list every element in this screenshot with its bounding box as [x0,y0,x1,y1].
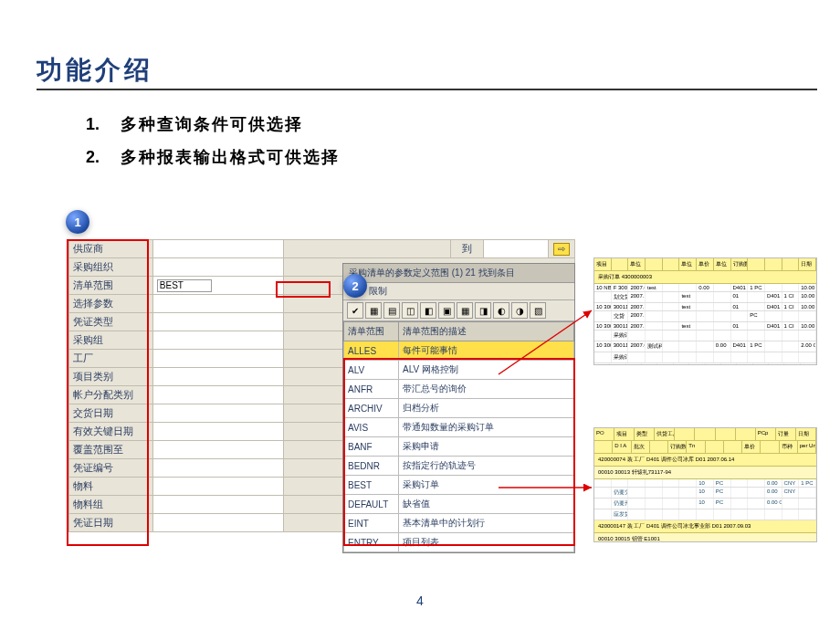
group-subheader: 00010 30013 轩辕礼73117-94 [594,467,816,479]
toolbar-button[interactable]: ▦ [457,302,473,319]
cell: 1 CI [782,322,800,330]
col-header [675,428,695,440]
popup-row[interactable]: ENTRY项目列表 [344,533,574,552]
data-row: 10 30011300112007.09.10 0002测试科目分配品类0.00… [594,341,816,352]
form-field-low[interactable] [152,295,283,313]
cell [697,322,714,330]
cell [748,499,765,509]
col-header: 单位 [714,258,731,270]
cell [782,284,800,291]
form-field-low[interactable] [152,404,283,423]
form-field-low[interactable] [152,277,283,295]
popup-desc: ALV 网格控制 [399,361,574,380]
toolbar-button[interactable]: ◫ [402,302,418,319]
toolbar-button[interactable]: ◧ [420,302,436,319]
cell [594,331,612,341]
popup-row[interactable]: BEDNR按指定行的轨迹号 [344,457,574,476]
cell [714,292,731,302]
cell: 划交货 [612,292,629,302]
popup-row[interactable]: ALLES每件可能事情 [344,341,574,361]
popup-row[interactable]: EINT基本清单中的计划行 [344,514,574,533]
cell [646,292,663,302]
popup-row[interactable]: AVIS带通知数量的采购订单 [344,418,574,437]
toolbar-button[interactable]: ▤ [383,302,400,319]
cell [679,341,697,352]
form-field-low[interactable] [152,514,283,532]
form-field-low[interactable] [152,459,283,478]
form-field-low[interactable] [152,258,283,277]
cell: 2007.10.7 [628,303,646,310]
popup-col-code[interactable]: 清单范围 [344,322,399,341]
form-field-low[interactable] [152,350,283,368]
cell [782,499,800,509]
col-header: 类型 [635,428,655,440]
form-field-low[interactable] [152,331,283,350]
popup-row[interactable]: ALVALV 网格控制 [344,361,574,380]
col-subheader [761,441,779,453]
col-subheader: 批次 [632,441,650,453]
sample2-subheader: D I A批次订购数量Tn单价币种per Un [594,441,816,454]
popup-row[interactable]: ANFR带汇总号的询价 [344,380,574,399]
form-field-low[interactable] [152,386,283,404]
scope-popup: 采购清单的参数定义范围 (1) 21 找到条目 限制 ✔▦▤◫◧▣▦◨◐◑▧ 清… [342,263,575,553]
form-field-low[interactable] [152,423,283,441]
cell [782,509,800,520]
multi-select-button[interactable]: ⇨ [549,240,575,258]
cell [714,303,731,310]
popup-row[interactable]: BANF采购申请 [344,437,574,457]
cell [642,363,657,365]
popup-col-desc[interactable]: 清单范围的描述 [399,322,574,341]
cell [799,331,816,341]
cell [646,322,663,330]
popup-row[interactable]: BEST采购订单 [344,476,574,495]
form-field-low[interactable] [152,368,283,386]
cell [714,284,731,291]
popup-code: ARCHIV [344,399,399,418]
col-header [765,258,782,270]
popup-row[interactable]: ARCHIV归档分析 [344,399,574,418]
toolbar-button[interactable]: ✔ [347,302,363,319]
form-field-low[interactable] [152,478,283,496]
popup-desc: 带汇总号的询价 [399,380,574,399]
sample-output-2: PO项目类型供货工厂PCp订量日期 D I A批次订购数量Tn单价币种per U… [593,427,817,542]
cell [663,284,680,291]
cell [748,331,765,341]
cell [765,331,782,341]
bullet-list: 1. 多种查询条件可供选择 2. 多种报表输出格式可供选择 [86,113,340,179]
scope-input[interactable] [157,279,212,292]
cell [646,311,663,321]
cell: 10 NB [594,363,610,365]
toolbar-button[interactable]: ▣ [438,302,455,319]
cell [628,479,646,487]
data-row: 10 NBF 300112007.09.10test2.00 1D401 1.0… [594,363,816,365]
cell: D401 1.02 [765,292,782,302]
cell [646,303,663,310]
form-label: 供应商 [69,240,153,258]
col-header: 日期 [796,428,816,440]
bullet-1-num: 1. [86,115,121,134]
form-field-low[interactable] [152,441,283,459]
data-row: 10 30011 P300112007.10.7test01D401 1.011… [594,303,816,311]
cell [646,499,663,509]
cell [679,488,697,498]
cell: 2.00 CNY [799,341,816,352]
popup-toolbar: ✔▦▤◫◧▣▦◨◐◑▧ [343,300,574,321]
cell [679,499,697,509]
form-field-high[interactable] [483,240,548,258]
col-header: 单位 [679,258,697,270]
popup-code: BANF [344,437,399,457]
cell: 10 NB [594,284,612,291]
popup-row[interactable]: DEFAULT缺省值 [344,495,574,514]
toolbar-button[interactable]: ◑ [511,302,528,319]
toolbar-button[interactable]: ◨ [475,302,491,319]
toolbar-button[interactable]: ▧ [530,302,546,319]
form-field-low[interactable] [152,496,283,514]
toolbar-button[interactable]: ▦ [365,302,382,319]
cell [697,311,714,321]
toolbar-button[interactable]: ◐ [493,302,509,319]
form-field-low[interactable] [152,313,283,331]
form-label: 凭证编号 [69,459,153,478]
popup-code: ALV [344,361,399,380]
popup-title: 采购清单的参数定义范围 (1) 21 找到条目 [343,264,574,283]
form-field-low[interactable] [152,240,283,258]
